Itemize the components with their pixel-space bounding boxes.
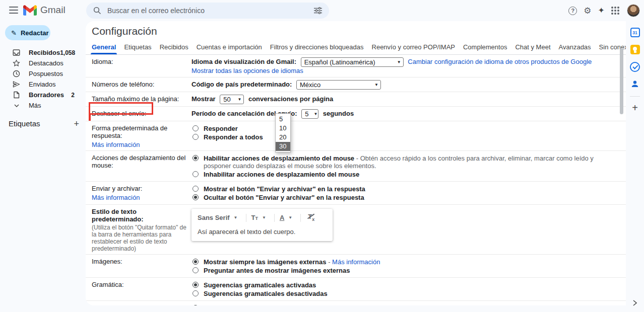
change-language-link[interactable]: Cambiar configuración de idioma de otros… [408, 58, 592, 65]
tab-chat-meet[interactable]: Chat y Meet [511, 40, 554, 54]
sidebar-item-more[interactable]: Más [0, 100, 84, 111]
setting-row-images: Imágenes: Mostrar siempre las imágenes e… [86, 255, 626, 278]
radio-option-disable-hover[interactable]: Inhabilitar acciones de desplazamiento d… [191, 171, 611, 178]
calendar-icon[interactable]: 31 [630, 28, 640, 37]
gemini-sparkle-icon[interactable]: ✦ [598, 7, 605, 15]
radio-selected[interactable] [192, 155, 199, 161]
undo-send-dropdown: 5 10 20 30 [275, 113, 291, 152]
more-info-link[interactable]: Más información [332, 258, 380, 266]
radio-option-reply-all[interactable]: Responder a todos [191, 133, 611, 141]
radio-option-grammar-on[interactable]: Sugerencias gramaticales activadas [191, 281, 611, 289]
language-select[interactable]: Español (Latinoamérica)▼ [301, 57, 404, 67]
font-family-button[interactable]: Sans Serif [198, 214, 230, 222]
text-color-icon[interactable]: A [280, 214, 284, 222]
sidebar-item-sent[interactable]: Enviados [0, 79, 84, 90]
pencil-icon: ✎ [11, 29, 17, 37]
send-icon [13, 81, 20, 88]
radio-unselected[interactable] [192, 125, 199, 131]
sidebar-item-starred[interactable]: Destacados [0, 58, 84, 68]
more-info-link[interactable]: Más información [92, 141, 188, 148]
tab-recibidos[interactable]: Recibidos [156, 40, 192, 54]
tab-complementos[interactable]: Complementos [459, 40, 511, 54]
settings-gear-icon[interactable]: ⚙ [584, 7, 591, 15]
more-info-link[interactable]: Más información [92, 194, 188, 201]
page-title: Configuración [92, 25, 626, 37]
setting-row-language: Idioma: Idioma de visualización de Gmail… [86, 55, 626, 77]
radio-unselected[interactable] [192, 171, 199, 177]
sidebar-nav: Recibidos 1,058 Destacados Pospuestos En… [0, 47, 84, 111]
show-all-language-options-link[interactable]: Mostrar todas las opciones de idiomas [191, 67, 303, 74]
gmail-m-icon [23, 5, 37, 16]
get-addons-plus-icon[interactable]: + [632, 104, 638, 111]
drafts-count: 2 [71, 92, 75, 99]
keep-icon[interactable] [630, 45, 640, 54]
radio-unselected[interactable] [192, 186, 199, 192]
radio-option-always-show-images[interactable]: Mostrar siempre las imágenes externas - … [191, 258, 611, 266]
radio-option-enable-hover[interactable]: Habilitar acciones de desplazamiento del… [191, 154, 611, 170]
gmail-logo-text: Gmail [40, 5, 66, 16]
setting-row-grammar: Gramática: Sugerencias gramaticales acti… [86, 278, 626, 301]
contacts-icon[interactable] [630, 80, 639, 89]
dropdown-option-10[interactable]: 10 [276, 124, 290, 133]
tab-general[interactable]: General [88, 40, 120, 54]
help-icon[interactable]: ? [568, 7, 577, 15]
radio-selected[interactable] [192, 305, 199, 305]
radio-option-spelling-on[interactable]: Sugerencias de ortografía activadas [191, 304, 611, 305]
undo-send-select[interactable]: 5▼ [301, 109, 318, 119]
annotation-highlight-box [89, 102, 153, 115]
clock-icon [13, 70, 20, 77]
search-input[interactable]: Buscar en el correo electrónico [86, 3, 329, 19]
scrollbar-thumb[interactable] [620, 48, 623, 114]
font-size-icon[interactable]: TT [251, 214, 258, 222]
setting-row-spelling: Ortografía: Sugerencias de ortografía ac… [86, 301, 626, 305]
add-label-plus-icon[interactable]: + [74, 120, 79, 127]
search-options-icon[interactable] [314, 7, 322, 14]
expand-panel-chevron-icon[interactable] [632, 300, 637, 306]
tab-reenvio-pop-imap[interactable]: Reenvío y correo POP/IMAP [368, 40, 459, 54]
compose-button[interactable]: ✎ Redactar [5, 25, 50, 40]
radio-unselected[interactable] [192, 267, 199, 273]
radio-option-reply[interactable]: Responder [191, 125, 611, 132]
dropdown-option-20[interactable]: 20 [276, 133, 290, 142]
dropdown-option-30-highlighted[interactable]: 30 [276, 142, 290, 151]
radio-unselected[interactable] [192, 290, 199, 296]
radio-selected[interactable] [192, 259, 199, 265]
remove-formatting-icon[interactable]: Tx [308, 213, 314, 223]
setting-row-default-reply: Forma predeterminada de respuesta: Más i… [86, 121, 626, 151]
radio-selected[interactable] [192, 282, 199, 288]
labels-heading: Etiquetas [9, 119, 40, 128]
google-apps-grid-icon[interactable] [611, 7, 613, 9]
radio-option-hide-send-archive[interactable]: Ocultar el botón "Enviar y archivar" en … [191, 194, 611, 201]
page-size-select[interactable]: 50▼ [220, 95, 244, 104]
account-avatar[interactable] [627, 4, 640, 17]
radio-option-ask-before-images[interactable]: Preguntar antes de mostrar imágenes exte… [191, 267, 611, 274]
inbox-count: 1,058 [60, 49, 75, 56]
tab-etiquetas[interactable]: Etiquetas [120, 40, 155, 54]
panel-divider [630, 96, 640, 97]
radio-option-grammar-off[interactable]: Sugerencias gramaticales desactivadas [191, 290, 611, 297]
labels-section-header: Etiquetas + [9, 119, 79, 128]
setting-row-phone-numbers: Números de teléfono: Código de país pred… [86, 77, 626, 92]
tab-filtros-bloqueadas[interactable]: Filtros y direcciones bloqueadas [266, 40, 368, 54]
tab-cuentas-importacion[interactable]: Cuentas e importación [192, 40, 266, 54]
text-style-preview: Así aparecerá el texto del cuerpo. [198, 228, 327, 236]
sidebar-item-inbox[interactable]: Recibidos 1,058 [0, 47, 84, 58]
sidebar-item-drafts[interactable]: Borradores 2 [0, 90, 84, 100]
sidebar-item-snoozed[interactable]: Pospuestos [0, 68, 84, 79]
search-icon [93, 7, 101, 15]
radio-unselected[interactable] [192, 134, 199, 140]
star-icon [13, 59, 20, 67]
country-code-select[interactable]: México▼ [296, 80, 381, 90]
radio-selected[interactable] [192, 194, 199, 200]
radio-option-show-send-archive[interactable]: Mostrar el botón "Enviar y archivar" en … [191, 185, 611, 193]
gmail-logo[interactable]: Gmail [23, 5, 66, 16]
tab-avanzadas[interactable]: Avanzadas [555, 40, 595, 54]
draft-icon [13, 91, 20, 99]
hamburger-menu-icon[interactable] [9, 10, 18, 11]
chevron-down-icon [13, 102, 20, 109]
tasks-icon[interactable] [630, 62, 640, 72]
top-bar: Gmail Buscar en el correo electrónico ? … [0, 0, 644, 21]
setting-row-default-text-style: Estilo de texto predeterminado: (Utiliza… [86, 205, 626, 255]
inbox-icon [13, 49, 20, 56]
dropdown-option-5[interactable]: 5 [276, 115, 290, 124]
